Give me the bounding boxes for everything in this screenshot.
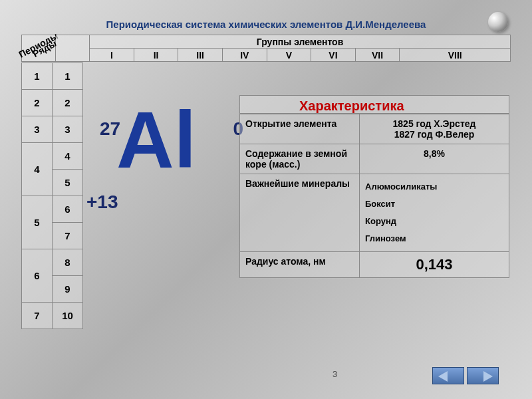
periods-rows-header: Ряды Периоды	[22, 35, 56, 62]
element-mass: 27	[100, 118, 120, 140]
next-button[interactable]	[467, 367, 499, 384]
group-3: III	[178, 49, 223, 62]
period-cell: 4	[22, 143, 53, 196]
row-cell: 2	[53, 90, 83, 116]
group-6: VI	[311, 49, 356, 62]
char-value: 8,8%	[360, 144, 509, 174]
row-cell: 8	[53, 249, 83, 276]
characteristics-title: Характеристика	[299, 98, 404, 114]
periodic-header-table: Ряды Периоды Группы элементов I II III I…	[21, 35, 511, 62]
element-symbol: Al	[86, 100, 226, 180]
roman-row: I II III IV V VI VII VIII	[22, 49, 511, 62]
group-4: IV	[222, 49, 267, 62]
nav-controls	[432, 367, 499, 387]
decorative-sphere	[488, 12, 508, 32]
group-5: V	[267, 49, 311, 62]
periods-rows-table: 112233445567689710	[21, 63, 83, 329]
element-card: 27 0 Al +13	[86, 100, 226, 180]
row-cell: 9	[53, 276, 83, 303]
row-cell: 1	[53, 63, 83, 90]
group-7: VII	[355, 49, 400, 62]
char-label: Важнейшие минералы	[240, 174, 360, 252]
period-cell: 1	[22, 63, 53, 90]
row-cell: 10	[53, 303, 83, 329]
period-cell: 3	[22, 116, 53, 143]
period-cell: 2	[22, 90, 53, 116]
groups-header: Группы элементов	[90, 35, 511, 49]
char-value: 0,143	[360, 252, 509, 278]
row-cell: 6	[53, 196, 83, 223]
page-title: Периодическая система химических элемент…	[0, 19, 532, 30]
slide-number: 3	[332, 369, 337, 379]
group-8: VIII	[400, 49, 511, 62]
prev-button[interactable]	[432, 367, 464, 384]
char-value: 1825 год Х.Эрстед1827 год Ф.Велер	[360, 114, 509, 144]
char-label: Содержание в земной коре (масс.)	[240, 144, 360, 174]
rows-header-blank	[56, 35, 90, 62]
characteristics-table: Открытие элемента1825 год Х.Эрстед1827 г…	[239, 114, 509, 278]
group-1: I	[90, 49, 134, 62]
period-cell: 6	[22, 249, 53, 303]
period-cell: 7	[22, 303, 53, 329]
char-label: Радиус атома, нм	[240, 252, 360, 278]
row-cell: 3	[53, 116, 83, 143]
group-2: II	[134, 49, 178, 62]
char-value: АлюмосиликатыБокситКорундГлинозем	[360, 174, 509, 252]
char-label: Открытие элемента	[240, 114, 360, 144]
element-charge: +13	[86, 192, 118, 213]
row-cell: 4	[53, 143, 83, 170]
row-cell: 5	[53, 170, 83, 196]
period-cell: 5	[22, 196, 53, 249]
row-cell: 7	[53, 223, 83, 249]
